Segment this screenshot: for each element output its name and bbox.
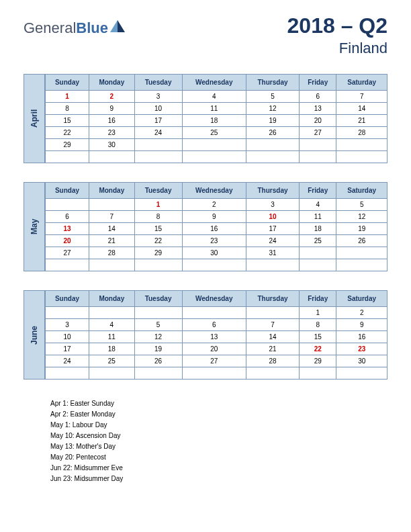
logo-text-general: General — [24, 19, 76, 37]
calendar-cell: 4 — [300, 199, 336, 211]
calendar-cell — [246, 259, 299, 271]
calendar-cell: 20 — [300, 115, 336, 127]
month-label: May — [24, 182, 45, 271]
weekday-header: Thursday — [246, 183, 299, 199]
calendar-cell: 11 — [182, 103, 246, 115]
calendar-cell: 11 — [300, 211, 336, 223]
calendar-row: 24252627282930 — [46, 355, 387, 367]
year-quarter-title: 2018 – Q2 — [287, 13, 387, 38]
calendar-cell — [300, 367, 336, 380]
calendar-cell — [336, 259, 387, 271]
country-name: Finland — [287, 40, 387, 57]
calendar-cell — [46, 259, 89, 271]
calendar-cell: 17 — [46, 343, 89, 355]
calendar-cell: 22 — [134, 235, 182, 247]
holiday-entry: May 13: Mother's Day — [50, 441, 387, 452]
calendar-cell: 14 — [336, 103, 387, 115]
weekday-header: Wednesday — [182, 75, 246, 91]
calendar-cell: 29 — [46, 139, 89, 151]
calendar-cell: 15 — [300, 331, 336, 343]
calendar-cell: 29 — [134, 247, 182, 259]
weekday-header: Sunday — [46, 183, 89, 199]
calendar-month-block: AprilSundayMondayTuesdayWednesdayThursda… — [24, 74, 387, 163]
calendar-cell: 13 — [182, 331, 246, 343]
weekday-header: Thursday — [246, 291, 299, 307]
calendar-cell: 10 — [46, 331, 89, 343]
calendar-row: 22232425262728 — [46, 127, 387, 139]
calendar-row: 17181920212223 — [46, 343, 387, 355]
calendar-cell: 14 — [246, 331, 299, 343]
calendar-cell: 13 — [300, 103, 336, 115]
calendar-cell: 29 — [300, 355, 336, 367]
calendar-cell: 9 — [336, 319, 387, 331]
weekday-header: Monday — [89, 183, 135, 199]
calendar-cell: 7 — [336, 91, 387, 103]
calendar-cell: 22 — [46, 127, 89, 139]
calendar-cell — [300, 259, 336, 271]
calendar-cell — [89, 259, 135, 271]
calendar-cell: 16 — [336, 331, 387, 343]
header: GeneralBlue 2018 – Q2 Finland — [24, 13, 387, 57]
calendar-cell — [246, 367, 299, 380]
weekday-header: Tuesday — [134, 75, 182, 91]
calendar-cell: 15 — [46, 115, 89, 127]
calendar-cell: 19 — [246, 115, 299, 127]
weekday-header: Friday — [300, 75, 336, 91]
calendar-cell: 13 — [46, 223, 89, 235]
calendar-cell: 25 — [89, 355, 135, 367]
calendar-cell: 26 — [246, 127, 299, 139]
calendar-cell — [46, 199, 89, 211]
calendar-cell — [46, 151, 89, 163]
calendar-cell: 21 — [89, 235, 135, 247]
calendar-cell — [46, 307, 89, 319]
calendar-row: 2930 — [46, 139, 387, 151]
calendar-cell: 3 — [46, 319, 89, 331]
calendar-grid: SundayMondayTuesdayWednesdayThursdayFrid… — [45, 290, 387, 380]
calendar-cell: 18 — [300, 223, 336, 235]
calendar-row: 6789101112 — [46, 211, 387, 223]
holiday-entry: May 10: Ascension Day — [50, 431, 387, 441]
calendar-cell: 16 — [182, 223, 246, 235]
calendar-cell: 27 — [300, 127, 336, 139]
calendar-cell: 26 — [134, 355, 182, 367]
calendar-row: 12 — [46, 307, 387, 319]
calendar-row: 1234567 — [46, 91, 387, 103]
calendar-cell: 16 — [89, 115, 135, 127]
calendar-cell: 24 — [46, 355, 89, 367]
title-block: 2018 – Q2 Finland — [287, 13, 387, 57]
calendar-cell — [336, 151, 387, 163]
weekday-header: Monday — [89, 291, 135, 307]
weekday-header: Wednesday — [182, 183, 246, 199]
calendar-cell: 17 — [134, 115, 182, 127]
calendar-row: 13141516171819 — [46, 223, 387, 235]
weekday-header: Sunday — [46, 75, 89, 91]
calendar-row: 15161718192021 — [46, 115, 387, 127]
calendar-cell: 27 — [46, 247, 89, 259]
calendar-cell: 9 — [182, 211, 246, 223]
calendar-cell — [336, 247, 387, 259]
calendar-cell — [246, 307, 299, 319]
calendar-cell — [134, 139, 182, 151]
weekday-header: Friday — [300, 183, 336, 199]
calendar-cell: 21 — [246, 343, 299, 355]
calendar-row: 10111213141516 — [46, 331, 387, 343]
calendar-cell: 18 — [89, 343, 135, 355]
calendar-cell: 1 — [300, 307, 336, 319]
calendar-cell: 30 — [89, 139, 135, 151]
calendar-row — [46, 259, 387, 271]
calendar-cell: 3 — [246, 199, 299, 211]
calendar-cell: 27 — [182, 355, 246, 367]
calendar-cell — [336, 139, 387, 151]
weekday-header: Tuesday — [134, 183, 182, 199]
calendar-cell — [46, 367, 89, 380]
calendar-cell: 30 — [182, 247, 246, 259]
calendar-cell — [182, 151, 246, 163]
calendar-cell — [336, 367, 387, 380]
calendar-cell: 20 — [46, 235, 89, 247]
calendar-cell: 12 — [336, 211, 387, 223]
calendar-cell — [89, 199, 135, 211]
calendar-cell: 22 — [300, 343, 336, 355]
holiday-entry: May 1: Labour Day — [50, 420, 387, 431]
calendar-cell: 28 — [246, 355, 299, 367]
weekday-header: Wednesday — [182, 291, 246, 307]
